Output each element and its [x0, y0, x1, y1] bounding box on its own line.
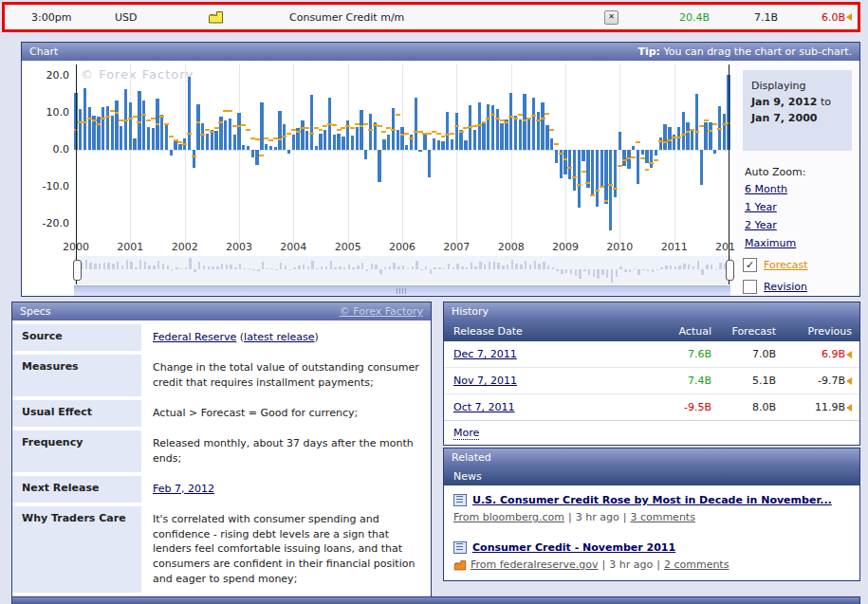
actual-bar[interactable]	[532, 98, 535, 150]
actual-bar[interactable]	[478, 102, 481, 150]
actual-bar[interactable]	[260, 102, 263, 150]
actual-bar[interactable]	[211, 130, 213, 150]
revision-toggle-row[interactable]: Revision	[743, 277, 859, 296]
auto-zoom-link-maximum[interactable]: Maximum	[745, 234, 859, 252]
revision-checkbox[interactable]	[743, 280, 757, 294]
actual-bar[interactable]	[541, 102, 544, 150]
actual-bar[interactable]	[509, 93, 512, 150]
actual-bar[interactable]	[723, 114, 726, 150]
actual-bar[interactable]	[305, 131, 308, 150]
actual-bar[interactable]	[142, 101, 145, 150]
source-link[interactable]: Federal Reserve	[153, 331, 236, 343]
actual-bar[interactable]	[382, 139, 385, 150]
actual-bar[interactable]	[578, 150, 581, 208]
actual-bar[interactable]	[265, 144, 268, 150]
actual-bar[interactable]	[491, 105, 494, 150]
actual-bar[interactable]	[418, 150, 421, 152]
actual-bar[interactable]	[691, 131, 693, 150]
actual-bar[interactable]	[233, 135, 236, 150]
actual-bar[interactable]	[641, 150, 644, 155]
calendar-event-row[interactable]: 3:00pm USD Consumer Credit m/m ✕ 20.4B 7…	[2, 2, 860, 32]
actual-bar[interactable]	[178, 144, 181, 150]
actual-bar[interactable]	[242, 145, 245, 150]
actual-bar[interactable]	[83, 88, 86, 150]
actual-bar[interactable]	[451, 139, 453, 150]
actual-bar[interactable]	[79, 109, 82, 150]
actual-bar[interactable]	[487, 104, 489, 151]
actual-bar[interactable]	[106, 106, 109, 150]
actual-bar[interactable]	[682, 112, 685, 150]
actual-bar[interactable]	[237, 113, 240, 150]
actual-bar[interactable]	[342, 137, 344, 150]
actual-bar[interactable]	[115, 101, 118, 150]
actual-bar[interactable]	[387, 135, 390, 150]
actual-bar[interactable]	[369, 114, 372, 150]
actual-bar[interactable]	[378, 150, 380, 182]
subchart-left-handle[interactable]	[73, 260, 82, 281]
actual-bar[interactable]	[423, 134, 426, 150]
actual-bar[interactable]	[686, 122, 689, 150]
actual-bar[interactable]	[441, 141, 444, 150]
actual-bar[interactable]	[496, 109, 499, 150]
actual-bar[interactable]	[360, 110, 362, 150]
actual-bar[interactable]	[206, 134, 209, 150]
actual-bar[interactable]	[459, 130, 462, 150]
actual-bar[interactable]	[278, 111, 281, 150]
actual-bar[interactable]	[97, 117, 100, 150]
actual-bar[interactable]	[102, 107, 104, 150]
actual-bar[interactable]	[400, 127, 403, 150]
next-release-link[interactable]: Feb 7, 2012	[153, 483, 214, 495]
actual-bar[interactable]	[410, 135, 413, 150]
actual-bar[interactable]	[700, 150, 703, 185]
subchart-right-handle[interactable]	[726, 260, 734, 281]
actual-bar[interactable]	[428, 150, 431, 177]
actual-bar[interactable]	[545, 125, 548, 150]
actual-bar[interactable]	[405, 145, 408, 150]
actual-bar[interactable]	[591, 150, 594, 196]
actual-bar[interactable]	[550, 138, 553, 150]
actual-bar[interactable]	[704, 122, 707, 150]
actual-bar[interactable]	[301, 120, 304, 150]
actual-bar[interactable]	[713, 150, 716, 154]
release-date-link[interactable]: Dec 7, 2011	[453, 348, 517, 360]
actual-bar[interactable]	[632, 146, 635, 150]
actual-bar[interactable]	[537, 112, 540, 150]
actual-bar[interactable]	[523, 94, 526, 150]
actual-bar[interactable]	[609, 150, 612, 230]
actual-bar[interactable]	[514, 116, 517, 150]
actual-bar[interactable]	[519, 119, 522, 150]
chart-plot-area[interactable]: © Forex Factory 20.010.00.0-10.0-20.0 20…	[22, 61, 859, 296]
actual-bar[interactable]	[152, 128, 155, 150]
actual-bar[interactable]	[437, 140, 440, 150]
actual-bar[interactable]	[563, 150, 566, 174]
actual-bar[interactable]	[88, 107, 91, 150]
actual-bar[interactable]	[619, 132, 621, 150]
actual-bar[interactable]	[596, 150, 599, 207]
actual-bar[interactable]	[170, 150, 173, 156]
actual-bar[interactable]	[188, 77, 191, 150]
actual-bar[interactable]	[274, 147, 277, 150]
actual-bar[interactable]	[668, 127, 671, 150]
actual-bar[interactable]	[251, 150, 254, 157]
actual-bar[interactable]	[269, 146, 272, 150]
actual-bar[interactable]	[446, 112, 449, 150]
actual-bar[interactable]	[165, 124, 168, 150]
actual-bar[interactable]	[229, 119, 231, 150]
news-comments-link[interactable]: 2 comments	[664, 558, 729, 571]
actual-bar[interactable]	[193, 150, 195, 168]
actual-bar[interactable]	[397, 130, 399, 150]
actual-bar[interactable]	[196, 104, 199, 151]
actual-bar[interactable]	[174, 140, 176, 150]
actual-bar[interactable]	[310, 95, 313, 150]
actual-bar[interactable]	[637, 150, 639, 184]
actual-bar[interactable]	[582, 150, 584, 161]
actual-bar[interactable]	[214, 131, 217, 150]
actual-bar[interactable]	[364, 150, 367, 159]
actual-bar[interactable]	[527, 118, 530, 150]
actual-bar[interactable]	[319, 134, 322, 150]
actual-bar[interactable]	[147, 127, 150, 150]
actual-bar[interactable]	[604, 150, 607, 204]
actual-bar[interactable]	[622, 150, 625, 166]
actual-bar[interactable]	[255, 150, 258, 165]
news-source-link[interactable]: From bloomberg.com	[453, 511, 564, 523]
